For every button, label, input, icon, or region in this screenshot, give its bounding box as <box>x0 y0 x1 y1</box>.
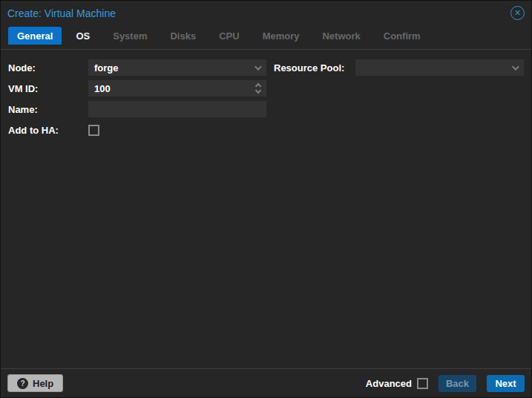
name-input[interactable] <box>94 101 250 117</box>
resource-pool-row: Resource Pool: <box>274 59 524 76</box>
vmid-spinner[interactable]: 100 <box>88 80 266 97</box>
tab-os[interactable]: OS <box>67 27 99 45</box>
name-field-wrap <box>88 101 266 117</box>
node-row: Node: forge <box>8 59 266 76</box>
vmid-label: VM ID: <box>8 83 88 94</box>
chevron-down-icon <box>512 63 519 71</box>
name-label: Name: <box>8 104 88 115</box>
ha-label: Add to HA: <box>8 125 88 136</box>
tab-system: System <box>104 27 156 45</box>
back-button: Back <box>439 375 476 392</box>
chevron-down-icon <box>254 63 262 71</box>
resource-pool-label: Resource Pool: <box>274 62 355 74</box>
dialog-footer: ? Help Advanced Back Next <box>1 368 531 397</box>
ha-row: Add to HA: <box>8 122 266 138</box>
general-tab-panel: Node: forge VM ID: 100 Name: <box>1 50 531 368</box>
tab-network: Network <box>313 27 369 45</box>
next-button[interactable]: Next <box>487 375 525 392</box>
tab-general[interactable]: General <box>8 27 62 45</box>
add-to-ha-checkbox[interactable] <box>88 125 99 136</box>
close-icon[interactable]: ✕ <box>510 6 525 20</box>
advanced-checkbox[interactable] <box>417 378 428 389</box>
tab-cpu: CPU <box>210 27 248 45</box>
dialog-title: Create: Virtual Machine <box>7 7 116 19</box>
tab-memory: Memory <box>254 27 309 45</box>
dialog-titlebar: Create: Virtual Machine ✕ <box>1 1 531 25</box>
name-row: Name: <box>8 101 266 117</box>
spinner-down-icon[interactable] <box>255 88 261 94</box>
tab-disks: Disks <box>161 27 205 45</box>
node-value: forge <box>94 62 119 74</box>
resource-pool-combobox[interactable] <box>355 59 524 76</box>
form-left-column: Node: forge VM ID: 100 Name: <box>8 59 266 143</box>
wizard-tabbar: General OS System Disks CPU Memory Netwo… <box>1 25 531 50</box>
tab-confirm: Confirm <box>375 27 430 45</box>
help-button[interactable]: ? Help <box>7 374 63 392</box>
form-right-column: Resource Pool: <box>274 59 524 80</box>
question-circle-icon: ? <box>17 378 28 389</box>
vmid-row: VM ID: 100 <box>8 80 266 97</box>
node-label: Node: <box>8 62 88 74</box>
node-combobox[interactable]: forge <box>88 59 266 76</box>
create-vm-dialog: Create: Virtual Machine ✕ General OS Sys… <box>0 0 532 398</box>
vmid-value: 100 <box>94 83 111 94</box>
advanced-label: Advanced <box>366 378 412 389</box>
help-button-label: Help <box>33 378 53 389</box>
